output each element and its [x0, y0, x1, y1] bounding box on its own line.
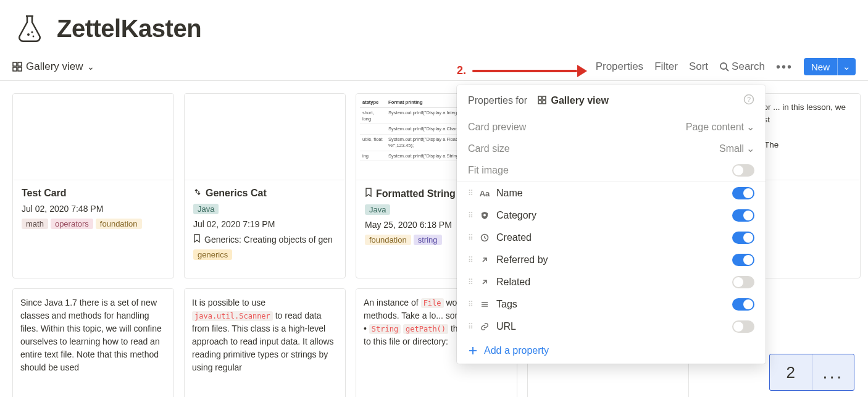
tag: math [22, 219, 48, 229]
prop-name: Category [496, 210, 536, 221]
gallery-card[interactable]: It is possible to use java.util.Scanner … [184, 288, 346, 397]
pager-more[interactable]: ... [812, 354, 854, 390]
share-icon [193, 188, 202, 199]
prop-name: Name [496, 188, 523, 199]
prop-type-icon [479, 322, 490, 331]
gallery-card[interactable]: Test Card Jul 02, 2020 7:48 PM math oper… [12, 93, 174, 278]
properties-panel: Properties for Gallery view ? Card previ… [457, 85, 766, 364]
page-control[interactable]: 2 ... [769, 354, 854, 391]
drag-handle-icon[interactable]: ⠿ [468, 322, 473, 331]
new-button[interactable]: New ⌄ [804, 58, 856, 75]
tag: string [414, 235, 442, 245]
properties-button[interactable]: Properties [596, 61, 643, 73]
prop-name: URL [496, 321, 516, 332]
prop-name: Tags [496, 299, 517, 310]
prop-name: Related [496, 277, 530, 288]
flask-icon [15, 14, 44, 43]
property-row-referred-by[interactable]: ⠿Referred by [457, 249, 766, 271]
card-preview: Since Java 1.7 there is a set of new cla… [13, 289, 173, 397]
search-icon [719, 62, 729, 72]
gallery-icon [538, 96, 548, 106]
help-icon[interactable]: ? [743, 94, 754, 107]
drag-handle-icon[interactable]: ⠿ [468, 300, 473, 309]
card-preview: It is possible to use java.util.Scanner … [185, 289, 345, 397]
drag-handle-icon[interactable]: ⠿ [468, 233, 473, 242]
tag: Java [365, 204, 390, 215]
svg-rect-10 [543, 96, 546, 99]
prop-type-icon [479, 278, 490, 286]
card-preview [185, 94, 345, 180]
prop-type-icon [479, 300, 490, 309]
bookmark-icon [193, 234, 201, 244]
visibility-toggle[interactable] [732, 187, 754, 199]
svg-rect-6 [18, 67, 22, 71]
card-size-select[interactable]: Small ⌄ [719, 143, 754, 154]
plus-icon [468, 346, 478, 356]
svg-text:?: ? [747, 96, 751, 103]
svg-point-7 [720, 63, 727, 69]
property-row-created[interactable]: ⠿Created [457, 227, 766, 249]
more-icon[interactable]: ••• [776, 64, 793, 70]
svg-rect-11 [538, 101, 541, 104]
property-row-url[interactable]: ⠿URL [457, 316, 766, 338]
card-preview-label: Card preview [468, 122, 526, 133]
visibility-toggle[interactable] [732, 254, 754, 266]
page-title[interactable]: ZettelKasten [57, 15, 201, 43]
search-button[interactable]: Search [719, 61, 765, 73]
sort-button[interactable]: Sort [689, 61, 708, 73]
drag-handle-icon[interactable]: ⠿ [468, 211, 473, 220]
drag-handle-icon[interactable]: ⠿ [468, 189, 473, 198]
gallery-card[interactable]: Generics Cat Java Jul 02, 2020 7:19 PM G… [184, 93, 346, 278]
fit-image-toggle[interactable] [732, 164, 754, 177]
card-preview-select[interactable]: Page content ⌄ [686, 121, 754, 133]
chevron-down-icon[interactable]: ⌄ [837, 58, 856, 75]
chevron-down-icon: ⌄ [746, 121, 754, 133]
add-property-button[interactable]: Add a property [457, 338, 766, 364]
svg-point-1 [31, 31, 33, 33]
prop-type-icon [479, 256, 490, 264]
svg-line-8 [726, 69, 728, 71]
card-created: Jul 02, 2020 7:19 PM [193, 219, 336, 229]
prop-name: Created [496, 232, 532, 243]
tag: foundation [365, 235, 411, 245]
visibility-toggle[interactable] [732, 209, 754, 222]
visibility-toggle[interactable] [732, 232, 754, 244]
filter-button[interactable]: Filter [654, 61, 678, 73]
drag-handle-icon[interactable]: ⠿ [468, 256, 473, 264]
chevron-down-icon: ⌄ [87, 62, 94, 72]
card-title: Generics Cat [193, 188, 336, 199]
tag: generics [193, 249, 232, 260]
svg-point-0 [27, 33, 30, 36]
bookmark-icon [365, 188, 372, 199]
card-title: Test Card [22, 188, 165, 199]
view-switcher[interactable]: Gallery view ⌄ [12, 61, 94, 73]
gallery-card[interactable]: Since Java 1.7 there is a set of new cla… [12, 288, 174, 397]
chevron-down-icon: ⌄ [746, 143, 754, 154]
visibility-toggle[interactable] [732, 320, 754, 333]
visibility-toggle[interactable] [732, 298, 754, 311]
svg-rect-9 [538, 96, 541, 99]
svg-point-15 [483, 214, 486, 217]
svg-rect-4 [18, 62, 22, 66]
drag-handle-icon[interactable]: ⠿ [468, 278, 473, 286]
svg-rect-5 [13, 67, 17, 71]
svg-rect-3 [13, 62, 17, 66]
prop-name: Referred by [496, 254, 548, 265]
prop-type-icon [479, 211, 490, 220]
pager-number[interactable]: 2 [770, 354, 812, 390]
property-row-category[interactable]: ⠿Category [457, 204, 766, 227]
panel-title: Properties for Gallery view [468, 95, 609, 106]
property-row-related[interactable]: ⠿Related [457, 271, 766, 293]
visibility-toggle[interactable] [732, 276, 754, 288]
card-created: Jul 02, 2020 7:48 PM [22, 204, 165, 214]
card-ref: Generics: Creating objects of gen [193, 234, 336, 244]
page-icon[interactable] [12, 11, 47, 46]
gallery-icon [12, 62, 22, 72]
view-name: Gallery view [26, 61, 83, 73]
card-preview [13, 94, 173, 180]
tag: Java [193, 204, 219, 214]
prop-type-icon: Aa [479, 189, 490, 198]
property-row-name[interactable]: ⠿AaName [457, 182, 766, 204]
view-toolbar: Gallery view ⌄ Properties Filter Sort Se… [0, 53, 868, 81]
property-row-tags[interactable]: ⠿Tags [457, 293, 766, 316]
